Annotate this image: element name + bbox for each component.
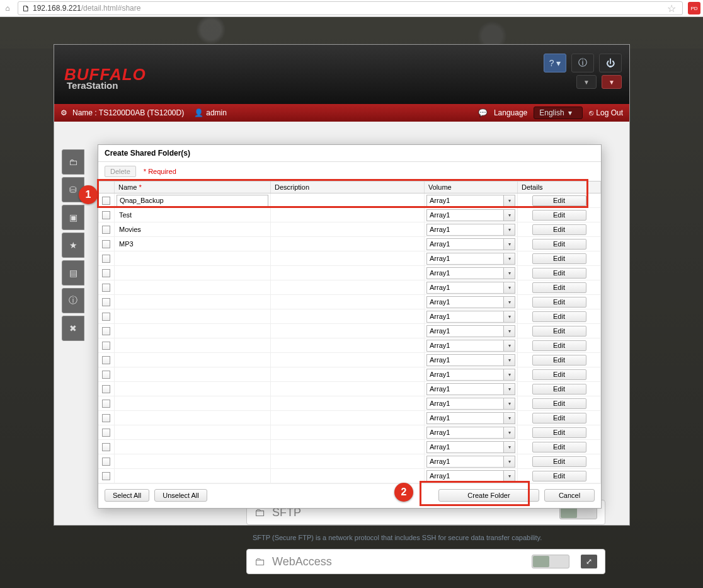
volume-select[interactable]: Array1▾: [426, 311, 515, 323]
table-row: Array1▾Edit: [98, 338, 601, 353]
volume-select[interactable]: Array1▾: [426, 238, 515, 250]
edit-button[interactable]: Edit: [532, 195, 586, 206]
row-checkbox[interactable]: [102, 356, 110, 364]
name-cell[interactable]: MP3: [117, 240, 134, 248]
edit-button[interactable]: Edit: [532, 224, 586, 235]
row-checkbox[interactable]: [102, 443, 110, 451]
row-checkbox[interactable]: [102, 240, 110, 248]
name-input[interactable]: [117, 195, 268, 207]
help-button[interactable]: ? ▾: [544, 54, 566, 72]
row-checkbox[interactable]: [102, 429, 110, 437]
address-bar[interactable]: 🗋 192.168.9.221/detail.html#share ☆: [18, 1, 683, 15]
sidebar-item-tools[interactable]: ✖: [62, 316, 84, 341]
volume-select[interactable]: Array1▾: [426, 340, 515, 352]
sidebar-item-drive[interactable]: ⛁: [62, 177, 84, 202]
unselect-all-button[interactable]: Unselect All: [154, 489, 207, 502]
col-checkbox: [98, 182, 115, 193]
volume-select[interactable]: Array1▾: [426, 456, 515, 468]
volume-select[interactable]: Array1▾: [426, 354, 515, 366]
info-button[interactable]: ⓘ: [571, 54, 594, 72]
language-select[interactable]: English ▾: [534, 107, 583, 119]
device-name: Name : TS1200D0AB (TS1200D): [72, 108, 184, 117]
sidebar-item-favorite[interactable]: ★: [62, 233, 84, 258]
row-checkbox[interactable]: [102, 269, 110, 277]
volume-select[interactable]: Array1▾: [426, 325, 515, 337]
webaccess-expand-button[interactable]: ⤢: [581, 555, 597, 568]
edit-button[interactable]: Edit: [532, 253, 586, 264]
volume-select[interactable]: Array1▾: [426, 412, 515, 424]
volume-select[interactable]: Array1▾: [426, 470, 515, 482]
volume-select[interactable]: Array1▾: [426, 369, 515, 381]
row-checkbox[interactable]: [102, 342, 110, 350]
sidebar-item-info[interactable]: ⓘ: [62, 288, 84, 313]
row-checkbox[interactable]: [102, 414, 110, 422]
row-checkbox[interactable]: [102, 298, 110, 306]
info-dropdown-button[interactable]: ▼: [576, 75, 597, 89]
edit-button[interactable]: Edit: [532, 210, 586, 221]
cancel-button[interactable]: Cancel: [544, 489, 595, 502]
row-checkbox[interactable]: [102, 211, 110, 219]
edit-button[interactable]: Edit: [532, 282, 586, 293]
volume-select[interactable]: Array1▾: [426, 224, 515, 236]
volume-select[interactable]: Array1▾: [426, 383, 515, 395]
power-dropdown-button[interactable]: ▼: [602, 75, 622, 89]
name-cell[interactable]: Test: [117, 211, 132, 219]
sidebar-item-folder[interactable]: 🗀: [62, 149, 84, 175]
bookmark-star-icon[interactable]: ☆: [667, 3, 676, 14]
col-volume[interactable]: Volume: [425, 182, 518, 193]
row-checkbox[interactable]: [102, 400, 110, 408]
edit-button[interactable]: Edit: [532, 398, 586, 409]
row-checkbox[interactable]: [102, 197, 110, 205]
name-cell[interactable]: Movies: [117, 226, 141, 233]
edit-button[interactable]: Edit: [532, 384, 586, 395]
select-all-button[interactable]: Select All: [105, 489, 149, 502]
volume-select[interactable]: Array1▾: [426, 267, 515, 279]
edit-button[interactable]: Edit: [532, 369, 586, 380]
volume-select[interactable]: Array1▾: [426, 282, 515, 294]
volume-select[interactable]: Array1▾: [426, 398, 515, 410]
edit-button[interactable]: Edit: [532, 297, 586, 308]
edit-button[interactable]: Edit: [532, 456, 586, 467]
row-checkbox[interactable]: [102, 371, 110, 379]
logout-button[interactable]: ⎋ Log Out: [589, 108, 623, 117]
sidebar-item-share[interactable]: ▣: [62, 205, 84, 230]
table-row: Array1▾Edit: [98, 367, 601, 382]
edit-button[interactable]: Edit: [532, 471, 586, 481]
power-button[interactable]: ⏻: [599, 54, 622, 72]
volume-select[interactable]: Array1▾: [426, 427, 515, 439]
edit-button[interactable]: Edit: [532, 268, 586, 279]
table-row: Array1▾Edit: [98, 396, 601, 411]
col-details[interactable]: Details: [518, 182, 601, 193]
edit-button[interactable]: Edit: [532, 311, 586, 322]
pdf-extension-icon[interactable]: PD: [688, 2, 700, 14]
edit-button[interactable]: Edit: [532, 239, 586, 250]
edit-button[interactable]: Edit: [532, 326, 586, 337]
sidebar-item-raid[interactable]: ▤: [62, 260, 84, 285]
row-checkbox[interactable]: [102, 458, 110, 466]
row-checkbox[interactable]: [102, 472, 110, 480]
row-checkbox[interactable]: [102, 255, 110, 263]
volume-select[interactable]: Array1▾: [426, 195, 515, 207]
required-note: * Required: [144, 168, 176, 175]
volume-select[interactable]: Array1▾: [426, 253, 515, 265]
col-name[interactable]: Name *: [115, 182, 271, 193]
row-checkbox[interactable]: [102, 284, 110, 292]
edit-button[interactable]: Edit: [532, 355, 586, 366]
delete-button[interactable]: Delete: [105, 166, 136, 177]
edit-button[interactable]: Edit: [532, 427, 586, 438]
webaccess-toggle[interactable]: [532, 555, 569, 568]
col-description[interactable]: Description: [271, 182, 425, 193]
edit-button[interactable]: Edit: [532, 442, 586, 453]
create-folder-button[interactable]: Create Folder: [438, 489, 539, 502]
volume-select[interactable]: Array1▾: [426, 441, 515, 453]
edit-button[interactable]: Edit: [532, 340, 586, 351]
row-checkbox[interactable]: [102, 327, 110, 335]
row-checkbox[interactable]: [102, 385, 110, 393]
home-icon[interactable]: ⌂: [0, 4, 15, 13]
row-checkbox[interactable]: [102, 226, 110, 234]
chevron-down-icon: ▾: [503, 311, 515, 322]
edit-button[interactable]: Edit: [532, 413, 586, 424]
volume-select[interactable]: Array1▾: [426, 296, 515, 308]
volume-select[interactable]: Array1▾: [426, 209, 515, 221]
row-checkbox[interactable]: [102, 313, 110, 321]
